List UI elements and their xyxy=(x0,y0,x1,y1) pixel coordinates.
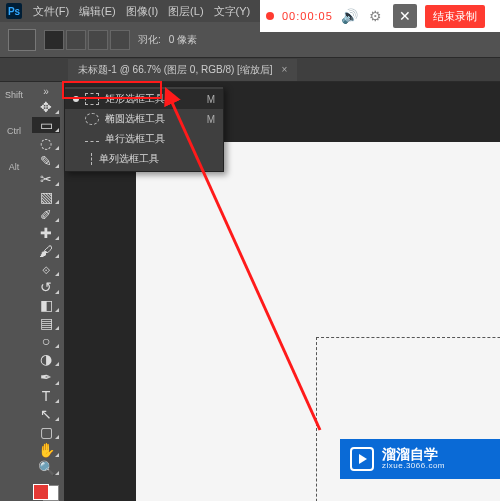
flyout-shortcut: M xyxy=(207,114,215,125)
document-tab-close[interactable]: × xyxy=(281,64,287,75)
tool-dodge[interactable]: ◑ xyxy=(32,351,60,367)
settings-icon[interactable]: ⚙ xyxy=(367,8,385,24)
watermark-title: 溜溜自学 xyxy=(382,447,445,462)
tool-brush[interactable]: 🖌 xyxy=(32,243,60,259)
feather-value[interactable]: 0 像素 xyxy=(169,33,197,47)
tool-zoom[interactable]: 🔍 xyxy=(32,460,60,476)
tool-eraser[interactable]: ◧ xyxy=(32,297,60,313)
tool-lasso[interactable]: ◌ xyxy=(32,135,60,151)
volume-icon[interactable]: 🔊 xyxy=(341,8,359,24)
tool-clone[interactable]: ⟐ xyxy=(32,261,60,277)
tool-gradient[interactable]: ▤ xyxy=(32,315,60,331)
tool-pen[interactable]: ✒ xyxy=(32,369,60,385)
tool-blur[interactable]: ○ xyxy=(32,333,60,349)
tool-shape[interactable]: ▢ xyxy=(32,424,60,440)
menu-layer[interactable]: 图层(L) xyxy=(163,2,208,21)
selection-mode-group xyxy=(44,30,130,50)
flyout-col-marquee[interactable]: 单列选框工具 xyxy=(65,149,223,169)
photoshop-window: Ps 文件(F) 编辑(E) 图像(I) 图层(L) 文字(Y) 选择(S) 滤… xyxy=(0,0,500,501)
flyout-rect-marquee[interactable]: 矩形选框工具 M xyxy=(65,89,223,109)
flyout-item-label: 椭圆选框工具 xyxy=(105,112,165,126)
foreground-color[interactable] xyxy=(33,484,49,500)
document-tab[interactable]: 未标题-1 @ 66.7% (图层 0, RGB/8) [缩放后] × xyxy=(68,59,297,81)
flyout-row-marquee[interactable]: 单行选框工具 xyxy=(65,129,223,149)
recorder-close-button[interactable]: ✕ xyxy=(393,4,417,28)
selection-subtract-button[interactable] xyxy=(88,30,108,50)
tool-move[interactable]: ✥ xyxy=(32,99,60,115)
play-icon xyxy=(350,447,374,471)
record-timer: 00:00:05 xyxy=(282,10,333,22)
stop-record-button[interactable]: 结束录制 xyxy=(425,5,485,28)
flyout-item-label: 单列选框工具 xyxy=(99,152,159,166)
flyout-shortcut: M xyxy=(207,94,215,105)
marquee-flyout-menu: 矩形选框工具 M 椭圆选框工具 M 单行选框工具 单列选框工具 xyxy=(64,86,224,172)
selection-intersect-button[interactable] xyxy=(110,30,130,50)
tool-hand[interactable]: ✋ xyxy=(32,442,60,458)
toolbar-grip-icon[interactable]: » xyxy=(43,86,49,97)
hint-alt: Alt xyxy=(9,162,20,172)
record-indicator-icon xyxy=(266,12,274,20)
watermark-banner: 溜溜自学 zixue.3066.com xyxy=(340,439,500,479)
app-logo-icon: Ps xyxy=(6,3,22,19)
color-swatch[interactable] xyxy=(33,484,59,501)
tool-eyedropper[interactable]: ✐ xyxy=(32,207,60,223)
tool-frame[interactable]: ▧ xyxy=(32,189,60,205)
menu-file[interactable]: 文件(F) xyxy=(28,2,74,21)
tool-history-brush[interactable]: ↺ xyxy=(32,279,60,295)
hint-ctrl: Ctrl xyxy=(7,126,21,136)
document-tab-bar: 未标题-1 @ 66.7% (图层 0, RGB/8) [缩放后] × xyxy=(0,58,500,82)
tool-text[interactable]: T xyxy=(32,388,60,404)
modifier-key-hints: Shift Ctrl Alt xyxy=(0,82,28,501)
screen-recorder-bar: 00:00:05 🔊 ⚙ ✕ 结束录制 xyxy=(260,0,500,32)
menu-type[interactable]: 文字(Y) xyxy=(209,2,256,21)
menu-edit[interactable]: 编辑(E) xyxy=(74,2,121,21)
flyout-ellipse-marquee[interactable]: 椭圆选框工具 M xyxy=(65,109,223,129)
tool-marquee[interactable]: ▭ xyxy=(32,117,60,133)
feather-label: 羽化: xyxy=(138,33,161,47)
tool-healing[interactable]: ✚ xyxy=(32,225,60,241)
selection-add-button[interactable] xyxy=(66,30,86,50)
menu-image[interactable]: 图像(I) xyxy=(121,2,163,21)
hint-shift: Shift xyxy=(5,90,23,100)
selection-new-button[interactable] xyxy=(44,30,64,50)
tool-quick-select[interactable]: ✎ xyxy=(32,153,60,169)
flyout-item-label: 单行选框工具 xyxy=(105,132,165,146)
tool-panel: » ✥ ▭ ◌ ✎ ✂ ▧ ✐ ✚ 🖌 ⟐ ↺ ◧ ▤ ○ ◑ ✒ T ↖ ▢ … xyxy=(28,82,64,501)
active-tool-icon[interactable] xyxy=(8,29,36,51)
tool-path-select[interactable]: ↖ xyxy=(32,406,60,422)
watermark-url: zixue.3066.com xyxy=(382,462,445,471)
tool-crop[interactable]: ✂ xyxy=(32,171,60,187)
document-tab-title: 未标题-1 @ 66.7% (图层 0, RGB/8) [缩放后] xyxy=(78,64,273,75)
flyout-item-label: 矩形选框工具 xyxy=(105,92,165,106)
